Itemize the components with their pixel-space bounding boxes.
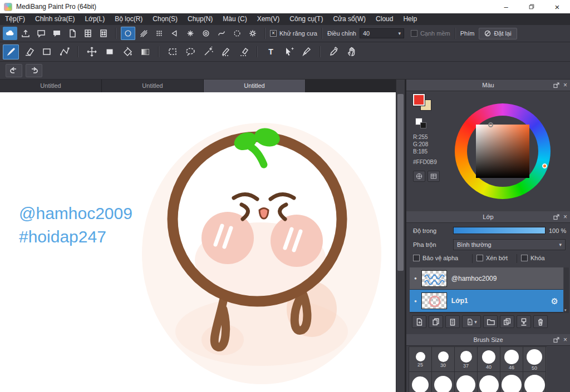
pen-tool[interactable] [298, 44, 315, 59]
merge-layer-button[interactable] [517, 315, 531, 328]
brush-settings-button[interactable] [245, 27, 260, 40]
brush-size-cell[interactable] [523, 372, 546, 392]
add-special-layer-button[interactable]: ▾ [462, 315, 481, 328]
menu-edit[interactable]: Chỉnh sửa(E) [30, 13, 80, 25]
select-rect-tool[interactable] [164, 44, 180, 59]
move-tool[interactable] [83, 44, 100, 59]
brush-size-cell[interactable] [409, 372, 432, 392]
brushtype-rings-button[interactable] [199, 27, 213, 40]
menu-select[interactable]: Chọn(S) [148, 13, 183, 25]
tab-untitled-3-active[interactable]: Untitled [204, 80, 306, 92]
folder-button[interactable] [483, 315, 498, 328]
blend-mode-select[interactable]: Bình thường ▾ [453, 239, 566, 250]
delete-layer-button[interactable] [533, 315, 548, 328]
protect-alpha-checkbox[interactable]: Bảo vệ alpha [413, 255, 458, 261]
brushtype-circle-button[interactable] [121, 27, 135, 40]
adjust-dropdown[interactable]: 40 ▾ [360, 28, 404, 38]
softedge-checkbox[interactable]: Cạnh mềm [411, 30, 450, 37]
sv-marker[interactable] [488, 122, 493, 127]
brush-size-cell[interactable]: 25 [409, 347, 432, 372]
document-button[interactable] [65, 27, 80, 40]
brush-size-cell[interactable]: 37 [455, 347, 478, 372]
polyline-tool[interactable] [56, 44, 72, 59]
restore-button[interactable] [519, 0, 544, 13]
hue-marker[interactable] [542, 163, 547, 168]
brush-size-cell[interactable] [478, 372, 500, 392]
gradient-tool[interactable] [137, 44, 153, 59]
layer-settings-gear-icon[interactable]: ⚙ [551, 297, 558, 305]
menu-color[interactable]: Màu (C) [218, 13, 252, 25]
popout-icon[interactable] [553, 82, 559, 88]
eyedropper-tool[interactable] [326, 44, 342, 59]
visibility-dot-icon[interactable]: ● [414, 299, 417, 304]
menu-window[interactable]: Cửa sổ(W) [328, 13, 371, 25]
magic-wand-tool[interactable] [200, 44, 216, 59]
brushtype-triangle-button[interactable] [168, 27, 182, 40]
brush-size-cell[interactable] [432, 372, 455, 392]
scroll-down-icon[interactable]: ▾ [564, 308, 567, 312]
brushtype-curve-button[interactable] [214, 27, 229, 40]
brush-size-cell[interactable] [500, 372, 523, 392]
copy-layer-button[interactable] [429, 315, 443, 328]
cloud-button[interactable] [3, 27, 17, 40]
close-panel-icon[interactable]: × [563, 214, 567, 220]
operation-tool[interactable] [281, 44, 297, 59]
bucket-tool[interactable] [119, 44, 135, 59]
scrollbar-thumb[interactable] [397, 94, 404, 271]
brush-size-cell[interactable]: 30 [432, 347, 455, 372]
comment-button[interactable] [34, 27, 48, 40]
publish-button[interactable] [18, 27, 33, 40]
comment-filled-button[interactable] [50, 27, 64, 40]
default-black-swatch[interactable] [420, 122, 426, 128]
shape-tool[interactable] [38, 44, 55, 59]
close-button[interactable]: × [544, 0, 570, 13]
menu-view[interactable]: Xem(V) [252, 13, 285, 25]
menu-tools[interactable]: Công cụ(T) [284, 13, 328, 25]
undo-button[interactable] [6, 64, 22, 77]
menu-help[interactable]: Help [398, 13, 422, 25]
brush-tool[interactable] [3, 44, 19, 59]
popout-icon[interactable] [553, 337, 559, 343]
drawing-canvas[interactable]: @hamhoc2009 #hoidap247 [0, 92, 396, 392]
lock-checkbox[interactable]: Khóa [521, 255, 545, 261]
redo-button[interactable] [26, 64, 42, 77]
visibility-dot-icon[interactable]: ● [414, 276, 417, 281]
menu-filter[interactable]: Bộ lọc(R) [110, 13, 148, 25]
lasso-tool[interactable] [182, 44, 198, 59]
text-tool[interactable]: T [263, 44, 279, 59]
minimize-button[interactable]: – [493, 0, 519, 13]
fill-shape-tool[interactable] [101, 44, 117, 59]
brushtype-cross-button[interactable] [183, 27, 198, 40]
brushtype-dashed-circle-button[interactable] [230, 27, 244, 40]
add-layer-button[interactable] [412, 315, 426, 328]
close-panel-icon[interactable]: × [563, 336, 567, 343]
layer-list-scrollbar[interactable]: ▾ [564, 267, 569, 313]
clipping-checkbox[interactable]: Xén bớt [476, 255, 508, 261]
saturation-value-square[interactable] [476, 125, 529, 178]
brush-size-cell[interactable] [455, 372, 478, 392]
canvas-grid-button[interactable] [81, 27, 95, 40]
paste-layer-button[interactable] [445, 315, 460, 328]
layer-row-selected[interactable]: ● Lớp1 ⚙ [410, 290, 563, 312]
brush-size-cell[interactable]: 50 [523, 347, 546, 372]
menu-cloud[interactable]: Cloud [371, 13, 398, 25]
brush-size-cell[interactable]: 46 [500, 347, 523, 372]
menu-file[interactable]: Tệp(F) [0, 13, 30, 25]
duplicate-layer-button[interactable] [500, 315, 514, 328]
antialias-checkbox[interactable]: × Khử răng cưa [270, 30, 317, 37]
canvas-vertical-scrollbar[interactable] [396, 80, 405, 392]
close-panel-icon[interactable]: × [563, 82, 567, 88]
tab-untitled-1[interactable]: Untitled [0, 80, 102, 92]
eraser-tool[interactable] [21, 44, 37, 59]
brushtype-halftone-button[interactable] [152, 27, 166, 40]
palette-edit-button[interactable] [428, 171, 440, 182]
reset-button[interactable]: Đặt lại [479, 28, 517, 39]
brush-size-cell[interactable]: 40 [478, 347, 500, 372]
opacity-slider[interactable] [453, 227, 546, 234]
select-pen-tool[interactable] [218, 44, 234, 59]
hand-tool[interactable] [343, 44, 360, 59]
foreground-color-swatch[interactable] [413, 94, 425, 106]
select-eraser-tool[interactable] [235, 44, 252, 59]
material-button[interactable] [96, 27, 111, 40]
color-wheel-mode-button[interactable] [413, 171, 425, 182]
